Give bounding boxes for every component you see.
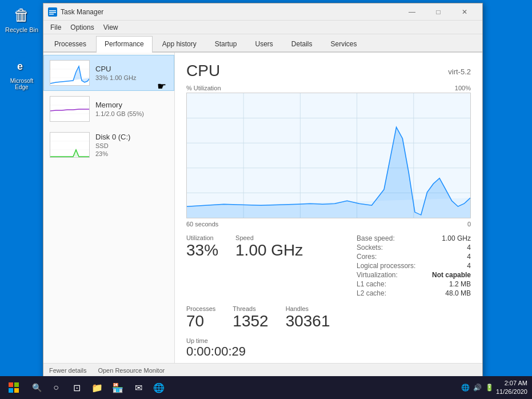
stat-threads: Threads 1352 xyxy=(233,305,268,330)
panel-title: CPU xyxy=(186,62,220,80)
taskbar-mail[interactable]: ✉ xyxy=(128,376,149,399)
svg-text:e: e xyxy=(17,61,23,72)
clock[interactable]: 2:07 AM 11/26/2020 xyxy=(496,379,527,397)
sockets-label: Sockets: xyxy=(357,244,383,252)
close-button[interactable]: ✕ xyxy=(451,3,478,21)
base-speed-value: 1.00 GHz xyxy=(442,234,471,242)
taskbar-task-view[interactable]: ⊡ xyxy=(66,376,87,399)
utilization-value: 33% xyxy=(186,241,218,260)
graph-time-right: 0 xyxy=(467,221,471,228)
graph-time-labels: 60 seconds 0 xyxy=(186,221,471,228)
tab-details[interactable]: Details xyxy=(283,36,321,51)
base-speed-label: Base speed: xyxy=(357,234,395,242)
disk-name: Disk 0 (C:) xyxy=(95,133,130,141)
minimize-button[interactable]: — xyxy=(399,3,425,21)
disk-detail-pct: 23% xyxy=(95,150,130,157)
processes-label: Processes xyxy=(186,305,215,312)
app-icon xyxy=(48,7,57,17)
task-manager-window: Task Manager — □ ✕ File Options View Pro… xyxy=(43,3,483,377)
svg-rect-27 xyxy=(14,388,19,393)
maximize-button[interactable]: □ xyxy=(425,3,451,21)
processes-value: 70 xyxy=(186,312,215,330)
l2-value: 48.0 MB xyxy=(445,289,471,297)
open-resource-monitor-button[interactable]: Open Resource Monitor xyxy=(98,367,165,374)
taskbar-cortana[interactable]: ○ xyxy=(46,376,66,399)
battery-icon[interactable]: 🔋 xyxy=(485,384,494,392)
start-button[interactable] xyxy=(0,376,27,399)
threads-label: Threads xyxy=(233,305,268,312)
taskbar: 🔍 ○ ⊡ 📁 🏪 ✉ 🌐 🌐 🔊 🔋 2:07 AM 11/26/2020 xyxy=(0,376,532,399)
uptime-label: Up time xyxy=(186,337,471,344)
svg-rect-3 xyxy=(49,12,56,13)
tab-startup[interactable]: Startup xyxy=(206,36,246,51)
l2-label: L2 cache: xyxy=(357,289,386,297)
desktop: 🗑 Recycle Bin e Microsoft Edge Task Mana… xyxy=(0,0,532,399)
svg-rect-26 xyxy=(9,388,13,393)
titlebar: Task Manager — □ ✕ xyxy=(43,3,482,21)
stat-utilization: Utilization 33% xyxy=(186,234,218,297)
tab-users[interactable]: Users xyxy=(246,36,281,51)
menu-options[interactable]: Options xyxy=(66,22,98,33)
stat-uptime: Up time 0:00:00:29 xyxy=(186,337,471,359)
l1-value: 1.2 MB xyxy=(449,280,471,288)
graph-time-left: 60 seconds xyxy=(186,221,218,228)
fewer-details-button[interactable]: Fewer details xyxy=(49,367,86,374)
panel-subtitle: virt-5.2 xyxy=(448,67,471,76)
sidebar-item-disk[interactable]: Disk 0 (C:) SSD 23% xyxy=(43,127,174,163)
svg-rect-11 xyxy=(50,133,90,158)
cores-label: Cores: xyxy=(357,253,377,261)
graph-max-label: 100% xyxy=(455,85,471,91)
desktop-icon-edge[interactable]: e Microsoft Edge xyxy=(5,57,39,90)
sidebar-item-cpu[interactable]: CPU 33% 1.00 GHz xyxy=(43,55,174,91)
disk-mini-graph xyxy=(50,132,90,158)
info-right: Base speed: 1.00 GHz Sockets: 4 Cores: 4 xyxy=(357,234,471,297)
virtualization-value: Not capable xyxy=(432,271,471,279)
taskbar-store[interactable]: 🏪 xyxy=(107,376,128,399)
logical-label: Logical processors: xyxy=(357,262,415,270)
utilization-label: Utilization xyxy=(186,234,218,241)
cpu-graph-svg xyxy=(187,93,470,218)
desktop-icon-recycle-bin[interactable]: 🗑 Recycle Bin xyxy=(5,6,39,33)
info-sockets: Sockets: 4 xyxy=(357,244,471,252)
taskbar-explorer[interactable]: 📁 xyxy=(87,376,107,399)
stat-handles: Handles 30361 xyxy=(286,305,330,330)
sidebar: CPU 33% 1.00 GHz M xyxy=(43,53,175,363)
uptime-value: 0:00:00:29 xyxy=(186,344,471,359)
stat-spacer xyxy=(320,234,339,297)
tab-app-history[interactable]: App history xyxy=(154,36,205,51)
panel-header: CPU virt-5.2 xyxy=(186,62,471,80)
handles-value: 30361 xyxy=(286,312,330,330)
info-logical: Logical processors: 4 xyxy=(357,262,471,270)
graph-utilization-label: % Utilization xyxy=(186,85,221,91)
cpu-graph xyxy=(186,93,471,218)
statusbar: Fewer details Open Resource Monitor xyxy=(43,363,482,377)
tab-performance[interactable]: Performance xyxy=(96,36,153,53)
info-cores: Cores: 4 xyxy=(357,253,471,261)
taskbar-system-tray: 🌐 🔊 🔋 2:07 AM 11/26/2020 xyxy=(461,379,532,397)
network-icon[interactable]: 🌐 xyxy=(461,384,470,392)
tab-services[interactable]: Services xyxy=(322,36,366,51)
memory-name: Memory xyxy=(95,101,144,109)
taskbar-browser[interactable]: 🌐 xyxy=(149,376,169,399)
menu-view[interactable]: View xyxy=(99,22,123,33)
disk-detail-ssd: SSD xyxy=(95,142,130,149)
taskbar-search-button[interactable]: 🔍 xyxy=(27,376,46,399)
time-display: 2:07 AM xyxy=(496,379,527,388)
tab-processes[interactable]: Processes xyxy=(46,36,95,51)
volume-icon[interactable]: 🔊 xyxy=(473,384,482,392)
sidebar-item-memory[interactable]: Memory 1.1/2.0 GB (55%) xyxy=(43,91,174,127)
svg-rect-2 xyxy=(49,10,56,11)
main-content: CPU 33% 1.00 GHz M xyxy=(43,53,482,363)
memory-detail: 1.1/2.0 GB (55%) xyxy=(95,110,144,117)
cpu-name: CPU xyxy=(95,65,137,73)
info-base-speed: Base speed: 1.00 GHz xyxy=(357,234,471,242)
sockets-value: 4 xyxy=(467,244,471,252)
graph-y-labels: % Utilization 100% xyxy=(186,85,471,91)
speed-label: Speed xyxy=(235,234,303,241)
process-stats: Processes 70 Threads 1352 Handles 30361 xyxy=(186,305,471,330)
stat-speed: Speed 1.00 GHz xyxy=(235,234,303,297)
svg-rect-24 xyxy=(9,382,13,387)
system-icons: 🌐 🔊 🔋 xyxy=(461,384,494,392)
menu-file[interactable]: File xyxy=(46,22,66,33)
info-l1: L1 cache: 1.2 MB xyxy=(357,280,471,288)
